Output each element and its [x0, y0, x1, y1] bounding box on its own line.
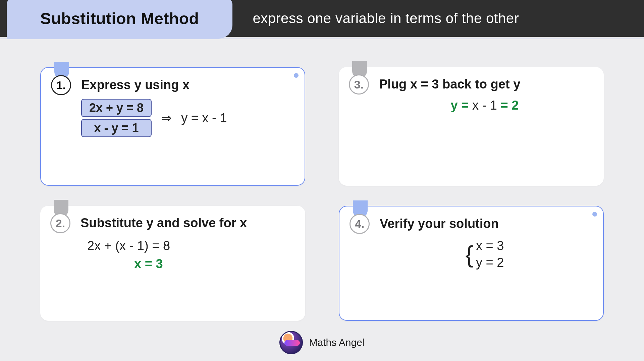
equation-box-2: x - y = 1: [81, 119, 152, 137]
solution-y: y = 2: [476, 254, 504, 271]
step-number-3: 3.: [349, 74, 369, 95]
step-card-2: 2. Substitute y and solve for x 2x + (x …: [40, 206, 305, 321]
step-1-equations: 2x + y = 8 x - y = 1 ⇒ y = x - 1: [81, 99, 291, 137]
step-number-4: 4.: [350, 214, 370, 234]
step-title-1: Express y using x: [81, 78, 291, 92]
divider: [0, 39, 644, 39]
step-4-solution: { x = 3 y = 2: [380, 238, 590, 271]
implies-arrow: ⇒: [161, 111, 172, 125]
header-bar: Substitution Method express one variable…: [0, 0, 644, 37]
eq-equals-2: = 2: [501, 98, 519, 112]
cards-grid: 1. Express y using x 2x + y = 8 x - y = …: [0, 54, 644, 321]
eq-line-1: 2x + (x - 1) = 8: [87, 237, 292, 255]
eq-line-2: x = 3: [134, 255, 292, 273]
brand-name: Maths Angel: [309, 337, 364, 348]
step-3-equation: y = x - 1 = 2: [379, 98, 590, 113]
step-card-4: 4. Verify your solution { x = 3 y = 2: [339, 206, 604, 321]
step-title-3: Plug x = 3 back to get y: [379, 77, 590, 92]
step-2-equations: 2x + (x - 1) = 8 x = 3: [80, 237, 292, 273]
title-tab: Substitution Method: [7, 0, 232, 39]
page-subtitle: express one variable in terms of the oth…: [253, 10, 519, 26]
footer: Maths Angel: [0, 331, 644, 354]
eq-x-minus-1: x - 1: [472, 98, 500, 112]
step-title-2: Substitute y and solve for x: [80, 216, 292, 230]
solution-x: x = 3: [476, 238, 504, 254]
step-card-1: 1. Express y using x 2x + y = 8 x - y = …: [40, 67, 305, 186]
step-title-4: Verify your solution: [380, 217, 590, 231]
brand-avatar-icon: [279, 331, 303, 354]
brace-icon: {: [466, 245, 473, 264]
step-number-1: 1.: [51, 75, 71, 95]
step-number-2: 2.: [50, 213, 70, 233]
page-title: Substitution Method: [40, 9, 199, 28]
step-card-3: 3. Plug x = 3 back to get y y = x - 1 = …: [339, 67, 604, 186]
slide-stage: Substitution Method express one variable…: [0, 0, 644, 361]
equation-box-1: 2x + y = 8: [81, 99, 152, 117]
eq-y-equals: y =: [451, 98, 469, 112]
equation-result-1: y = x - 1: [181, 111, 227, 125]
